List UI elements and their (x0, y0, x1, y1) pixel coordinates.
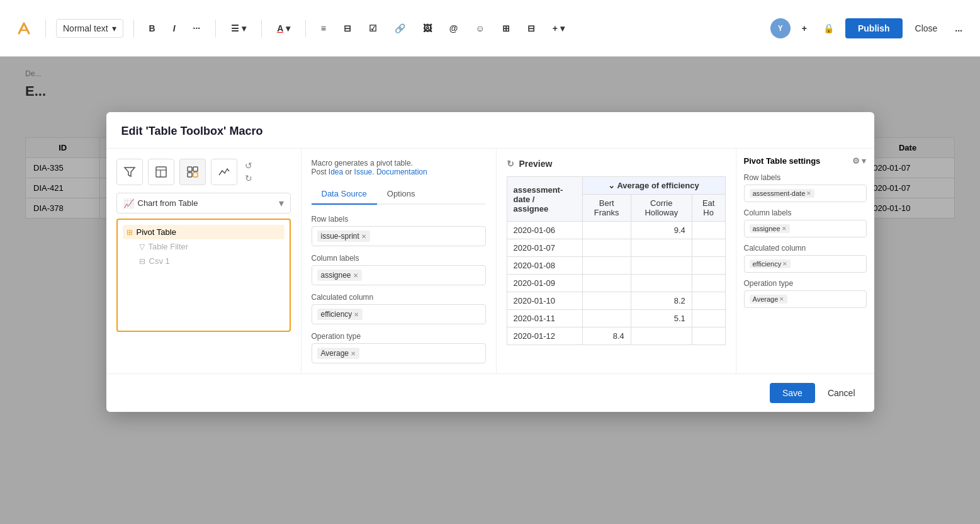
svg-marker-0 (125, 168, 135, 176)
ps-column-labels-tag: assignee ✕ (750, 224, 790, 233)
ps-calculated-column-tag: efficiency ✕ (750, 259, 791, 268)
column-labels-label: Column labels (312, 254, 486, 263)
filter-icon-btn[interactable] (116, 159, 143, 185)
ps-column-labels-label: Column labels (744, 208, 867, 217)
table-macro-icon-btn[interactable] (148, 159, 174, 185)
documentation-link[interactable]: Documentation (376, 168, 427, 176)
tree-filter-label: Table Filter (149, 242, 189, 251)
idea-link[interactable]: Idea (329, 168, 343, 176)
preview-table-row: 2020-01-12 8.4 (507, 328, 725, 345)
pivot-settings-title: Pivot Table settings (744, 156, 821, 166)
datasource-icon: 📈 (123, 198, 134, 208)
ps-operation-tag-close[interactable]: ✕ (779, 296, 784, 302)
operation-type-label: Operation type (312, 332, 486, 341)
calculated-column-label: Calculated column (312, 293, 486, 302)
calculated-column-tag-close[interactable]: ✕ (354, 311, 359, 318)
modal-body: ↺ ↻ 📈 Chart from Table ▾ ⊞ Pivot Table (106, 149, 874, 373)
svg-rect-7 (193, 173, 198, 177)
preview-subheader-bert: Bert Franks (582, 195, 631, 222)
preview-table-row: 2020-01-07 (507, 239, 725, 257)
tree-container: ⊞ Pivot Table ▽ Table Filter ⊟ Csv 1 (116, 219, 291, 332)
row-labels-tag-close[interactable]: ✕ (361, 233, 366, 240)
operation-type-tag-average: Average ✕ (317, 348, 359, 359)
datasource-dropdown[interactable]: 📈 Chart from Table ▾ (116, 193, 291, 214)
middle-panel: Macro generates a pivot table. Post Idea… (301, 149, 497, 373)
ps-row-labels-tag-close[interactable]: ✕ (806, 190, 811, 196)
preview-table-row: 2020-01-08 (507, 257, 725, 275)
preview-table-row: 2020-01-11 5.1 (507, 310, 725, 328)
refresh-icon[interactable]: ↻ (507, 159, 514, 169)
macro-icon-row: ↺ ↻ (116, 159, 291, 185)
edit-macro-modal: Edit 'Table Toolbox' Macro (106, 112, 874, 412)
modal-footer: Save Cancel (106, 373, 874, 412)
ps-row-labels-input[interactable]: assessment-date ✕ (744, 185, 867, 202)
modal-header: Edit 'Table Toolbox' Macro (106, 112, 874, 149)
ps-column-labels-tag-close[interactable]: ✕ (782, 225, 787, 232)
tree-item-table-filter[interactable]: ▽ Table Filter (135, 239, 284, 254)
preview-avg-header: ⌄ Average of efficiency (582, 177, 725, 195)
issue-link[interactable]: Issue. (354, 168, 375, 176)
tree-item-csv[interactable]: ⊟ Csv 1 (135, 254, 284, 268)
filter-icon (123, 166, 136, 178)
datasource-arrow-icon: ▾ (279, 197, 284, 209)
undo-button[interactable]: ↺ (242, 160, 255, 171)
preview-subheader-corrie: Corrie Holloway (631, 195, 692, 222)
pivot-settings-panel: Pivot Table settings ⚙ ▾ Row labels asse… (736, 149, 874, 373)
preview-table-row: 2020-01-09 (507, 275, 725, 292)
tree-pivot-label: Pivot Table (137, 227, 176, 237)
operation-type-tag-close[interactable]: ✕ (351, 350, 356, 357)
save-button[interactable]: Save (770, 383, 815, 403)
help-text: Macro generates a pivot table. Post Idea… (312, 159, 486, 176)
pivot-settings-header: Pivot Table settings ⚙ ▾ (744, 156, 867, 166)
preview-panel: ↻ Preview assessment-date /assignee ⌄ Av… (497, 149, 736, 373)
calculated-column-input[interactable]: efficiency ✕ (312, 304, 486, 324)
datasource-label: Chart from Table (138, 198, 279, 208)
operation-type-input[interactable]: Average ✕ (312, 343, 486, 363)
svg-rect-1 (156, 167, 166, 177)
ps-operation-type-input[interactable]: Average ✕ (744, 290, 867, 308)
filter-tree-icon: ▽ (139, 242, 145, 251)
settings-gear-icon[interactable]: ⚙ ▾ (852, 156, 867, 166)
table-macro-icon (155, 166, 167, 178)
tree-sub-items: ▽ Table Filter ⊟ Csv 1 (123, 239, 284, 268)
row-labels-input[interactable]: issue-sprint ✕ (312, 226, 486, 246)
tree-item-pivot-table[interactable]: ⊞ Pivot Table (123, 225, 284, 239)
pivot-icon-btn[interactable] (179, 159, 206, 185)
preview-table-row: 2020-01-06 9.4 (507, 222, 725, 239)
preview-table-row: 2020-01-10 8.2 (507, 292, 725, 310)
ps-row-labels-tag: assessment-date ✕ (750, 189, 815, 198)
ps-operation-type-label: Operation type (744, 279, 867, 288)
tree-csv-label: Csv 1 (149, 256, 170, 266)
ps-calculated-column-input[interactable]: efficiency ✕ (744, 255, 867, 273)
modal-title: Edit 'Table Toolbox' Macro (121, 125, 263, 137)
row-labels-tag-issue-sprint: issue-sprint ✕ (317, 231, 370, 242)
modal-backdrop: Edit 'Table Toolbox' Macro (0, 0, 980, 524)
ps-calc-tag-close[interactable]: ✕ (782, 261, 787, 267)
pivot-icon (186, 166, 199, 178)
chart-icon-btn[interactable] (211, 159, 237, 185)
chart-icon (218, 166, 230, 178)
tab-row: Data Source Options (312, 184, 486, 205)
preview-subheader-eat: Eat Ho (692, 195, 725, 222)
svg-rect-4 (188, 167, 192, 171)
tab-options[interactable]: Options (377, 184, 425, 205)
preview-table: assessment-date /assignee ⌄ Average of e… (507, 176, 726, 345)
preview-header: ↻ Preview (507, 159, 726, 169)
preview-col1-header: assessment-date /assignee (507, 177, 582, 222)
undo-redo-group: ↺ ↻ (242, 160, 255, 184)
pivot-table-icon: ⊞ (127, 228, 133, 237)
ps-calculated-column-label: Calculated column (744, 244, 867, 253)
redo-button[interactable]: ↻ (242, 173, 255, 184)
column-labels-input[interactable]: assignee ✕ (312, 265, 486, 285)
column-labels-tag-close[interactable]: ✕ (353, 272, 358, 279)
left-panel: ↺ ↻ 📈 Chart from Table ▾ ⊞ Pivot Table (106, 149, 301, 373)
preview-label: Preview (519, 159, 553, 169)
ps-row-labels-label: Row labels (744, 173, 867, 182)
ps-column-labels-input[interactable]: assignee ✕ (744, 220, 867, 237)
svg-rect-5 (193, 167, 198, 171)
column-labels-tag-assignee: assignee ✕ (317, 270, 362, 281)
cancel-button[interactable]: Cancel (821, 383, 862, 403)
calculated-column-tag-efficiency: efficiency ✕ (317, 309, 363, 320)
tab-data-source[interactable]: Data Source (312, 184, 377, 205)
ps-operation-type-tag: Average ✕ (750, 295, 788, 304)
